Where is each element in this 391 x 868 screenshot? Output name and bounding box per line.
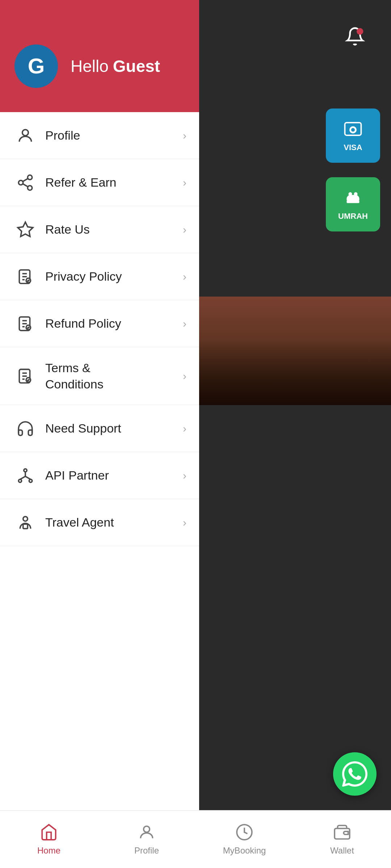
nav-wallet-icon: [333, 823, 351, 843]
nav-home-label: Home: [37, 846, 60, 856]
refund-policy-chevron: ›: [183, 318, 186, 330]
home-icon: [40, 823, 58, 843]
nav-profile-label: Profile: [134, 846, 159, 856]
svg-point-28: [24, 469, 27, 472]
svg-point-29: [18, 479, 21, 482]
svg-point-7: [28, 175, 32, 180]
avatar-letter: G: [28, 54, 45, 78]
svg-rect-5: [347, 200, 360, 203]
privacy-policy-label: Privacy Policy: [38, 268, 183, 284]
nav-mybooking-label: MyBooking: [223, 846, 266, 856]
nav-profile-icon: [138, 823, 156, 843]
sidebar-header: G Hello Guest: [0, 0, 199, 112]
share-icon: [13, 174, 38, 192]
sidebar-item-api-partner[interactable]: API Partner ›: [0, 452, 199, 499]
svg-rect-38: [335, 829, 350, 839]
headset-icon: [13, 420, 38, 438]
refer-earn-label: Refer & Earn: [38, 174, 183, 190]
nav-wallet-label: Wallet: [330, 846, 354, 856]
sidebar-item-refer-earn[interactable]: Refer & Earn ›: [0, 159, 199, 206]
sidebar-item-need-support[interactable]: Need Support ›: [0, 405, 199, 452]
travel-agent-chevron: ›: [183, 516, 186, 529]
svg-marker-12: [18, 222, 33, 237]
umrah-label: UMRAH: [338, 212, 368, 221]
svg-point-30: [29, 479, 32, 482]
hello-bold: Guest: [113, 56, 160, 76]
privacy-policy-chevron: ›: [183, 271, 186, 283]
refer-earn-chevron: ›: [183, 176, 186, 189]
svg-point-8: [18, 180, 23, 185]
profile-label: Profile: [38, 127, 183, 143]
svg-point-36: [144, 826, 150, 832]
hello-normal: Hello: [71, 56, 109, 76]
sidebar-item-refund-policy[interactable]: Refund Policy ›: [0, 300, 199, 347]
travel-agent-icon: [13, 514, 38, 532]
visa-label: VISA: [344, 143, 362, 152]
svg-line-10: [23, 184, 28, 187]
visa-card[interactable]: VISA: [326, 109, 380, 163]
sidebar-item-privacy-policy[interactable]: Privacy Policy ›: [0, 253, 199, 300]
sidebar-item-rate-us[interactable]: Rate Us ›: [0, 206, 199, 253]
sidebar-item-profile[interactable]: Profile ›: [0, 112, 199, 159]
user-icon: [13, 127, 38, 145]
greeting-text: Hello Guest: [71, 56, 160, 76]
nav-wallet[interactable]: Wallet: [293, 811, 391, 868]
terms-conditions-chevron: ›: [183, 370, 186, 382]
avatar[interactable]: G: [14, 44, 58, 88]
api-partner-icon: [13, 467, 38, 485]
nav-profile[interactable]: Profile: [98, 811, 196, 868]
sidebar-item-terms-conditions[interactable]: Terms &Conditions ›: [0, 347, 199, 405]
svg-point-2: [351, 128, 355, 132]
svg-point-34: [23, 516, 28, 521]
terms-conditions-label: Terms &Conditions: [38, 360, 183, 392]
api-partner-label: API Partner: [38, 467, 183, 483]
star-icon: [13, 221, 38, 239]
bottom-nav: Home Profile MyBooking Wallet: [0, 810, 391, 868]
umrah-card[interactable]: UMRAH: [326, 177, 380, 231]
refund-policy-label: Refund Policy: [38, 315, 183, 331]
profile-chevron: ›: [183, 129, 186, 142]
mountain-image: [199, 297, 391, 405]
menu-list: Profile › Refer & Earn › Rate Us ›: [0, 112, 199, 835]
svg-line-32: [20, 476, 25, 479]
rate-us-chevron: ›: [183, 224, 186, 236]
nav-mybooking-icon: [235, 823, 253, 843]
need-support-label: Need Support: [38, 420, 183, 436]
travel-agent-label: Travel Agent: [38, 514, 183, 530]
api-partner-chevron: ›: [183, 469, 186, 482]
sidebar-item-travel-agent[interactable]: Travel Agent ›: [0, 499, 199, 546]
svg-point-0: [357, 29, 362, 34]
refund-policy-icon: [13, 315, 38, 333]
svg-line-33: [25, 476, 31, 479]
whatsapp-button[interactable]: [333, 752, 377, 796]
sidebar-drawer: G Hello Guest Profile › Refer & Earn ›: [0, 0, 199, 868]
privacy-policy-icon: [13, 268, 38, 286]
notification-bell[interactable]: [340, 22, 369, 51]
terms-conditions-icon: [13, 367, 38, 385]
need-support-chevron: ›: [183, 422, 186, 435]
nav-mybooking[interactable]: MyBooking: [196, 811, 293, 868]
svg-line-11: [23, 178, 28, 181]
svg-rect-35: [23, 524, 28, 529]
svg-point-9: [28, 186, 32, 190]
rate-us-label: Rate Us: [38, 221, 183, 237]
svg-point-6: [22, 129, 29, 136]
nav-home[interactable]: Home: [0, 811, 98, 868]
